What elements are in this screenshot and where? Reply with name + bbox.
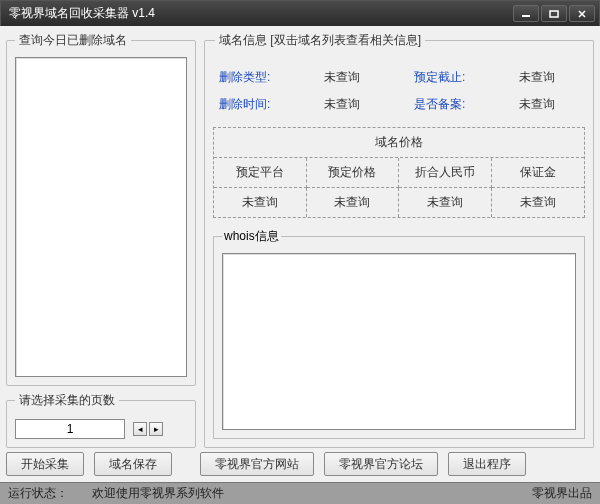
- pages-input[interactable]: [15, 419, 125, 439]
- status-brand: 零视界出品: [532, 485, 592, 502]
- whois-legend: whois信息: [222, 228, 281, 245]
- price-table: 域名价格 预定平台 预定价格 折合人民币 保证金 未查询 未查询 未查询 未查询: [213, 127, 585, 218]
- price-header-row: 预定平台 预定价格 折合人民币 保证金: [214, 158, 584, 188]
- button-row: 开始采集 域名保存 零视界官方网站 零视界官方论坛 退出程序: [6, 452, 594, 476]
- delete-time-label: 删除时间:: [219, 96, 294, 113]
- right-column: 域名信息 [双击域名列表查看相关信息] 删除类型: 未查询 预定截止: 未查询 …: [204, 32, 594, 448]
- svg-rect-0: [522, 15, 530, 17]
- price-value: 未查询: [214, 188, 307, 217]
- window-title: 零视界域名回收采集器 v1.4: [9, 5, 511, 22]
- start-collect-button[interactable]: 开始采集: [6, 452, 84, 476]
- whois-group: whois信息: [213, 228, 585, 439]
- domain-info-legend: 域名信息 [双击域名列表查看相关信息]: [215, 32, 425, 49]
- domain-listbox[interactable]: [15, 57, 187, 377]
- statusbar: 运行状态： 欢迎使用零视界系列软件 零视界出品: [0, 482, 600, 504]
- delete-type-label: 删除类型:: [219, 69, 294, 86]
- price-value-row: 未查询 未查询 未查询 未查询: [214, 188, 584, 217]
- reserve-stop-label: 预定截止:: [414, 69, 489, 86]
- save-domains-button[interactable]: 域名保存: [94, 452, 172, 476]
- price-header: 保证金: [492, 158, 585, 188]
- deleted-domains-legend: 查询今日已删除域名: [15, 32, 131, 49]
- client-area: 查询今日已删除域名 请选择采集的页数 ◂ ▸ 域名信息 [双击域名列表查看相关信: [0, 26, 600, 504]
- reserve-stop-value: 未查询: [519, 69, 579, 86]
- maximize-button[interactable]: [541, 5, 567, 22]
- status-text: 欢迎使用零视界系列软件: [92, 485, 224, 502]
- deleted-domains-group: 查询今日已删除域名: [6, 32, 196, 386]
- pages-spinner: ◂ ▸: [133, 422, 163, 436]
- pages-group: 请选择采集的页数 ◂ ▸: [6, 392, 196, 448]
- price-header: 预定平台: [214, 158, 307, 188]
- beian-label: 是否备案:: [414, 96, 489, 113]
- price-header: 折合人民币: [399, 158, 492, 188]
- exit-button[interactable]: 退出程序: [448, 452, 526, 476]
- left-column: 查询今日已删除域名 请选择采集的页数 ◂ ▸: [6, 32, 196, 448]
- price-value: 未查询: [492, 188, 585, 217]
- official-site-button[interactable]: 零视界官方网站: [200, 452, 314, 476]
- official-forum-button[interactable]: 零视界官方论坛: [324, 452, 438, 476]
- price-value: 未查询: [307, 188, 400, 217]
- delete-type-value: 未查询: [324, 69, 384, 86]
- price-title: 域名价格: [214, 128, 584, 158]
- close-button[interactable]: [569, 5, 595, 22]
- pages-decrement[interactable]: ◂: [133, 422, 147, 436]
- status-label: 运行状态：: [8, 485, 68, 502]
- pages-legend: 请选择采集的页数: [15, 392, 119, 409]
- svg-rect-1: [550, 11, 558, 17]
- whois-textbox[interactable]: [222, 253, 576, 430]
- domain-info-group: 域名信息 [双击域名列表查看相关信息]: [204, 32, 594, 59]
- delete-time-value: 未查询: [324, 96, 384, 113]
- price-header: 预定价格: [307, 158, 400, 188]
- beian-value: 未查询: [519, 96, 579, 113]
- price-value: 未查询: [399, 188, 492, 217]
- minimize-button[interactable]: [513, 5, 539, 22]
- info-grid: 删除类型: 未查询 预定截止: 未查询 删除时间: 未查询 是否备案: 未查询: [213, 67, 585, 117]
- titlebar: 零视界域名回收采集器 v1.4: [1, 1, 599, 27]
- content: 查询今日已删除域名 请选择采集的页数 ◂ ▸ 域名信息 [双击域名列表查看相关信: [6, 32, 594, 448]
- pages-increment[interactable]: ▸: [149, 422, 163, 436]
